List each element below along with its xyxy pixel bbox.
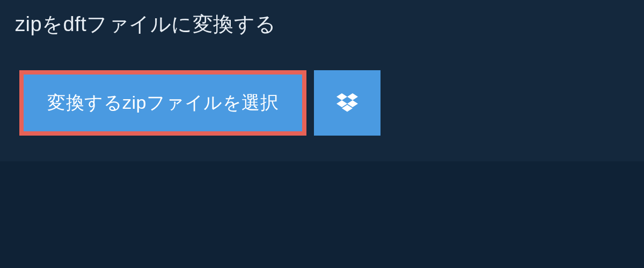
select-file-button-label: 変換するzipファイルを選択	[47, 91, 279, 115]
heading-container: zipをdftファイルに変換する	[0, 0, 291, 48]
select-file-button[interactable]: 変換するzipファイルを選択	[19, 70, 306, 136]
dropbox-icon	[336, 93, 358, 113]
dropbox-button[interactable]	[314, 70, 380, 136]
button-row: 変換するzipファイルを選択	[0, 48, 644, 136]
page-title: zipをdftファイルに変換する	[15, 11, 276, 38]
converter-panel: zipをdftファイルに変換する 変換するzipファイルを選択	[0, 0, 644, 161]
